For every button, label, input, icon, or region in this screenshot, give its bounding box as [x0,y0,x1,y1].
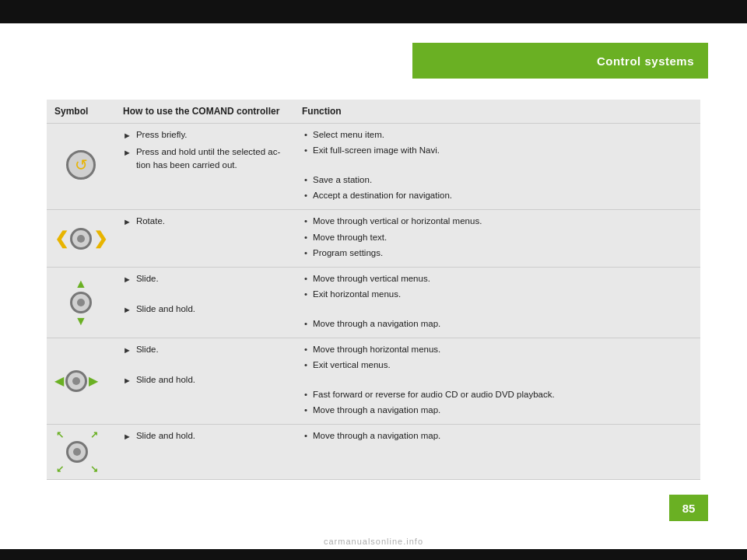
arrow-icon: ► [123,146,132,159]
function-list: Move through vertical menus. Exit horizo… [302,272,693,302]
page-number-box: 85 [669,495,708,521]
page-title: Control systems [597,54,694,68]
bottom-bar [0,549,747,560]
function-item: Move through horizontal menus. [302,343,693,356]
function-item: Move through vertical menus. [302,272,693,285]
function-slide-h-cell: Move through horizontal menus. Exit vert… [294,338,700,425]
slide-horizontal-symbol: ◀ ▶ [54,370,107,392]
function-list: Select menu item. Exit full-screen image… [302,128,693,158]
how-item: ► Slide and hold. [123,303,286,317]
col-function: Function [294,100,700,124]
diag-arrow-se-icon: ↘ [90,462,98,476]
symbol-press-cell [47,124,115,210]
press-symbol-icon [66,150,96,180]
arrow-down-icon: ▼ [75,315,87,327]
table-row: ▲ ▼ ► Slide. ► Slide and h [47,268,700,338]
page-number: 85 [682,502,696,515]
how-text: Slide. [136,343,159,356]
function-item: Move through a navigation map. [302,404,693,417]
function-slide-v-cell: Move through vertical menus. Exit horizo… [294,268,700,338]
function-item: Fast forward or reverse for audio CD or … [302,388,693,401]
function-item: Exit horizontal menus. [302,288,693,301]
how-slide-h-cell: ► Slide. ► Slide and hold. [115,338,294,425]
arrow-icon: ► [123,303,132,317]
symbol-slide-d-cell: ↖ ↗ ↙ ↘ [47,425,115,480]
how-slide-v-cell: ► Slide. ► Slide and hold. [115,268,294,338]
footer-watermark: carmanualsonline.info [0,537,747,546]
diag-arrow-ne-icon: ↗ [90,428,98,442]
arrow-icon: ► [123,273,132,286]
circle-inner [77,299,85,306]
col-how: How to use the COMAND controller [115,100,294,124]
how-text: Slide and hold. [136,303,195,316]
how-text: Press and hold until the selected ac-tio… [136,145,280,173]
circle-icon [65,370,87,392]
how-rotate-cell: ► Rotate. [115,210,294,268]
header-bar [0,0,747,23]
arrow-left-icon: ◀ [54,375,64,387]
function-list: Fast forward or reverse for audio CD or … [302,388,693,418]
arrow-icon: ► [123,215,132,229]
function-list: Move through vertical or horizontal menu… [302,215,693,260]
function-item: Move through a navigation map. [302,317,693,331]
circle-icon [70,292,92,313]
function-item: Move through text. [302,231,693,244]
how-item: ► Slide. [123,343,286,357]
function-item: Accept a destination for navigation. [302,189,693,202]
circle-inner [77,235,85,243]
rotate-symbol: ❮ ❯ [54,226,107,251]
function-item: Exit vertical menus. [302,359,693,372]
table-row: ❮ ❯ ► Rotate. Move through vert [47,210,700,268]
function-item: Save a station. [302,173,693,187]
title-banner: Control systems [412,43,708,79]
arrow-right-icon: ▶ [89,375,98,387]
how-text: Slide and hold. [136,429,195,443]
slide-vertical-symbol: ▲ ▼ [54,278,107,327]
circle-icon [70,228,92,250]
function-press-cell: Select menu item. Exit full-screen image… [294,124,700,210]
circle-icon [66,441,88,463]
how-text: Slide. [136,272,159,285]
diag-arrow-nw-icon: ↖ [56,428,64,442]
function-list: Move through a navigation map. [302,317,693,331]
how-item: ► Slide and hold. [123,429,286,443]
how-slide-d-cell: ► Slide and hold. [115,425,294,480]
function-list: Save a station. Accept a destination for… [302,173,693,203]
arrow-icon: ► [123,129,132,142]
circle-inner [73,448,81,456]
function-item: Move through a navigation map. [302,429,693,443]
arrow-icon: ► [123,374,132,387]
function-slide-d-cell: Move through a navigation map. [294,425,700,480]
circle-inner [72,377,80,385]
symbol-slide-v-cell: ▲ ▼ [47,268,115,338]
bracket-right-icon: ❯ [93,226,107,251]
function-list: Move through a navigation map. [302,429,693,443]
symbol-rotate-cell: ❮ ❯ [47,210,115,268]
how-press-cell: ► Press briefly. ► Press and hold until … [115,124,294,210]
function-item: Select menu item. [302,128,693,142]
table-row: ↖ ↗ ↙ ↘ ► [47,425,700,480]
arrow-icon: ► [123,344,132,357]
how-item: ► Press and hold until the selected ac-t… [123,145,286,173]
main-table-container: Symbol How to use the COMAND controller … [47,100,700,480]
how-item: ► Press briefly. [123,128,286,142]
arrow-icon: ► [123,430,132,443]
control-table: Symbol How to use the COMAND controller … [47,100,700,480]
watermark-text: carmanualsonline.info [324,537,423,546]
col-symbol: Symbol [47,100,115,124]
diag-arrow-sw-icon: ↙ [56,462,64,476]
how-item: ► Slide and hold. [123,373,286,387]
function-rotate-cell: Move through vertical or horizontal menu… [294,210,700,268]
how-text: Press briefly. [136,128,188,142]
how-item: ► Rotate. [123,215,286,229]
how-text: Rotate. [136,215,165,228]
how-text: Slide and hold. [136,373,195,387]
table-row: ► Press briefly. ► Press and hold until … [47,124,700,210]
function-item: Program settings. [302,247,693,260]
function-item: Move through vertical or horizontal menu… [302,215,693,228]
bracket-left-icon: ❮ [54,226,68,251]
function-list: Move through horizontal menus. Exit vert… [302,343,693,373]
symbol-slide-h-cell: ◀ ▶ [47,338,115,425]
arrow-up-icon: ▲ [75,278,87,290]
table-row: ◀ ▶ ► Slide. ► Slide and h [47,338,700,425]
